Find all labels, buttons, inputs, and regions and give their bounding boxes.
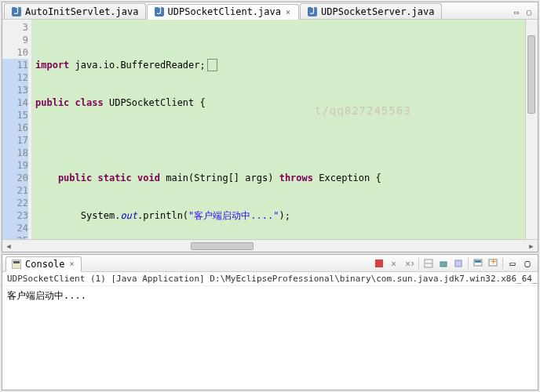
line-number: 3: [2, 21, 28, 34]
svg-rect-8: [375, 260, 383, 267]
scroll-left-icon[interactable]: ◀: [2, 241, 15, 252]
tab-label: UDPSocketServer.java: [321, 6, 435, 17]
java-file-icon: J: [307, 6, 318, 17]
svg-text:✕✕: ✕✕: [405, 259, 414, 268]
line-number: 9: [2, 34, 28, 46]
editor-tabs: J AutoInitServlet.java J UDPSocketClient…: [2, 2, 538, 20]
scroll-right-icon[interactable]: ▶: [525, 241, 538, 252]
minimize-icon[interactable]: ▭: [511, 6, 522, 17]
maximize-icon[interactable]: ▢: [524, 6, 535, 17]
scroll-lock-icon[interactable]: [436, 256, 451, 270]
line-number: 18: [2, 147, 28, 159]
tab-label: UDPSocketClient.java: [168, 6, 282, 17]
svg-text:J: J: [13, 6, 19, 16]
pin-console-icon[interactable]: [451, 256, 465, 270]
line-gutter[interactable]: 3 9 10 11 12 13 14 15 16 17 18 19 20 21 …: [2, 20, 32, 239]
console-tab[interactable]: Console ×: [5, 256, 82, 272]
close-icon[interactable]: ×: [284, 8, 292, 16]
display-selected-icon[interactable]: [471, 256, 485, 270]
open-console-icon[interactable]: +: [486, 256, 500, 270]
svg-text:J: J: [156, 6, 162, 16]
java-file-icon: J: [154, 6, 165, 17]
console-output[interactable]: 客户端启动中....: [2, 286, 538, 390]
console-tab-label: Console: [25, 259, 65, 270]
svg-text:J: J: [309, 6, 315, 16]
clear-console-icon[interactable]: [421, 256, 436, 270]
console-toolbar: ✕ ✕✕ + ▭ ▢: [372, 256, 535, 270]
tab-udpsocketclient[interactable]: J UDPSocketClient.java ×: [147, 4, 300, 20]
remove-launch-icon[interactable]: ✕: [387, 256, 401, 270]
line-number: 15: [2, 109, 28, 122]
code-area: 3 9 10 11 12 13 14 15 16 17 18 19 20 21 …: [2, 20, 538, 239]
remove-all-icon[interactable]: ✕✕: [402, 256, 416, 270]
svg-rect-7: [13, 261, 20, 263]
line-number: 23: [2, 209, 28, 222]
editor-panel: J AutoInitServlet.java J UDPSocketClient…: [2, 2, 538, 252]
line-number: 10: [2, 46, 28, 59]
close-icon[interactable]: ×: [68, 260, 76, 268]
scroll-thumb[interactable]: [191, 242, 254, 250]
scroll-thumb[interactable]: [527, 35, 535, 114]
line-number: 13: [2, 84, 28, 96]
console-process-label: UDPSocketClient (1) [Java Application] D…: [2, 272, 538, 286]
minimize-icon[interactable]: ▭: [505, 256, 520, 270]
svg-text:✕: ✕: [391, 259, 396, 268]
java-file-icon: J: [11, 6, 22, 17]
svg-rect-14: [455, 260, 462, 267]
line-number: 11: [2, 59, 28, 71]
svg-rect-16: [475, 260, 481, 263]
maximize-icon[interactable]: ▢: [520, 256, 535, 270]
line-number: 21: [2, 184, 28, 197]
vertical-scrollbar[interactable]: [525, 20, 538, 239]
line-number: 20: [2, 172, 28, 184]
svg-rect-13: [440, 262, 447, 267]
tab-label: AutoInitServlet.java: [25, 6, 139, 17]
svg-text:+: +: [491, 259, 496, 267]
line-number: 17: [2, 134, 28, 147]
line-number: 16: [2, 122, 28, 134]
line-number: 19: [2, 159, 28, 172]
line-number: 22: [2, 197, 28, 209]
tab-udpsocketserver[interactable]: J UDPSocketServer.java: [300, 3, 442, 19]
terminate-icon[interactable]: [372, 256, 386, 270]
horizontal-scrollbar[interactable]: ◀ ▶: [2, 239, 538, 252]
console-icon: [11, 259, 22, 270]
code-editor[interactable]: t/qq827245563 import java.io.BufferedRea…: [32, 20, 525, 239]
line-number: 24: [2, 222, 28, 234]
svg-rect-6: [12, 260, 21, 269]
line-number: 14: [2, 96, 28, 109]
tabs-controls: ▭ ▢: [508, 5, 538, 19]
console-tabs: Console × ✕ ✕✕ + ▭ ▢: [2, 255, 538, 272]
tab-autoinitservlet[interactable]: J AutoInitServlet.java: [4, 3, 146, 19]
console-panel: Console × ✕ ✕✕ + ▭ ▢ UDPSocketClient (1)…: [2, 254, 538, 390]
line-number: 12: [2, 71, 28, 84]
